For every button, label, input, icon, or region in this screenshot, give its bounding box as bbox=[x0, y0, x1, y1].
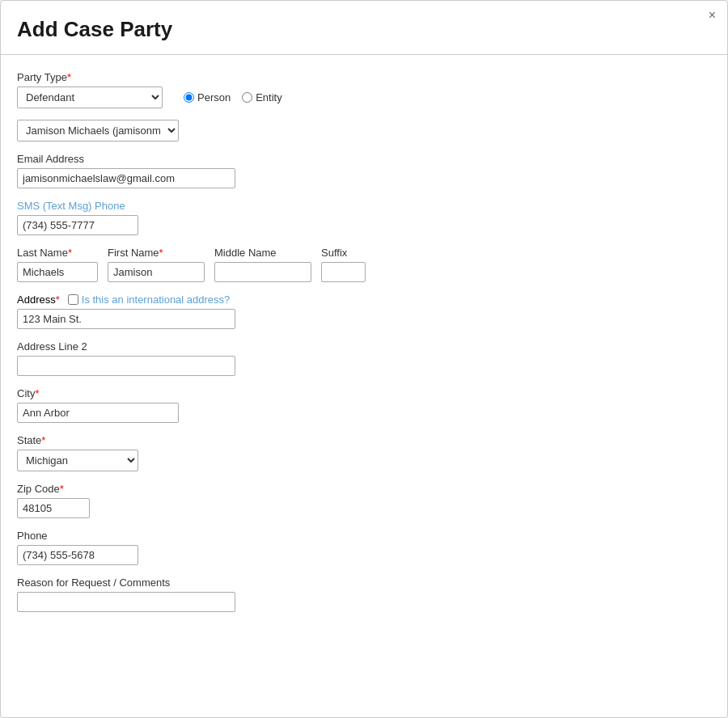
intl-address-label[interactable]: Is this an international address? bbox=[68, 294, 231, 306]
person-radio-label[interactable]: Person bbox=[184, 91, 231, 103]
suffix-label: Suffix bbox=[321, 247, 366, 259]
party-type-radio-group: Person Entity bbox=[184, 91, 282, 103]
entity-radio-label[interactable]: Entity bbox=[242, 91, 282, 103]
state-select[interactable]: AlabamaAlaskaArizonaArkansas CaliforniaC… bbox=[17, 450, 138, 471]
party-type-section: Party Type* Defendant Plaintiff Petition… bbox=[17, 71, 711, 108]
modal-container: × Add Case Party Party Type* Defendant P… bbox=[0, 0, 728, 718]
email-label: Email Address bbox=[17, 153, 711, 165]
comments-row: Reason for Request / Comments bbox=[17, 577, 711, 612]
address2-row: Address Line 2 bbox=[17, 340, 711, 376]
entity-radio[interactable] bbox=[242, 92, 252, 103]
sms-input[interactable] bbox=[17, 215, 138, 235]
intl-address-checkbox[interactable] bbox=[68, 294, 78, 305]
last-name-col: Last Name* bbox=[17, 247, 98, 282]
comments-label: Reason for Request / Comments bbox=[17, 577, 711, 589]
modal-title: Add Case Party bbox=[1, 1, 727, 55]
first-name-label: First Name* bbox=[108, 247, 205, 259]
email-row: Email Address bbox=[17, 153, 711, 188]
address-row: Address* Is this an international addres… bbox=[17, 294, 711, 329]
middle-name-col: Middle Name bbox=[214, 247, 311, 282]
middle-name-label: Middle Name bbox=[214, 247, 311, 259]
address-input[interactable] bbox=[17, 309, 235, 329]
address-label: Address* bbox=[17, 294, 60, 306]
first-name-input[interactable] bbox=[108, 262, 205, 282]
party-type-select[interactable]: Defendant Plaintiff Petitioner Responden… bbox=[17, 87, 163, 108]
first-name-col: First Name* bbox=[108, 247, 205, 282]
person-radio[interactable] bbox=[184, 92, 194, 103]
address2-label: Address Line 2 bbox=[17, 340, 711, 353]
close-button[interactable]: × bbox=[709, 9, 716, 22]
phone-input[interactable] bbox=[17, 545, 138, 565]
city-input[interactable] bbox=[17, 403, 179, 423]
zip-input[interactable] bbox=[17, 498, 90, 518]
required-marker: * bbox=[67, 71, 71, 83]
state-label: State* bbox=[17, 434, 711, 446]
person-select[interactable]: Jamison Michaels (jamisonmicha bbox=[17, 120, 179, 141]
last-name-input[interactable] bbox=[17, 262, 98, 282]
party-type-label: Party Type* bbox=[17, 71, 71, 83]
sms-label: SMS (Text Msg) Phone bbox=[17, 200, 711, 212]
city-label: City* bbox=[17, 387, 711, 399]
zip-label: Zip Code* bbox=[17, 483, 711, 495]
person-select-row: Jamison Michaels (jamisonmicha bbox=[17, 120, 711, 141]
address2-input[interactable] bbox=[17, 356, 235, 376]
middle-name-input[interactable] bbox=[214, 262, 311, 282]
phone-label: Phone bbox=[17, 530, 711, 542]
last-name-label: Last Name* bbox=[17, 247, 98, 259]
suffix-input[interactable] bbox=[321, 262, 366, 282]
state-row: State* AlabamaAlaskaArizonaArkansas Cali… bbox=[17, 434, 711, 471]
phone-row: Phone bbox=[17, 530, 711, 565]
comments-input[interactable] bbox=[17, 592, 235, 612]
zip-row: Zip Code* bbox=[17, 483, 711, 518]
suffix-col: Suffix bbox=[321, 247, 366, 282]
sms-row: SMS (Text Msg) Phone bbox=[17, 200, 711, 235]
name-row: Last Name* First Name* Middle Name Suffi… bbox=[17, 247, 711, 282]
email-input[interactable] bbox=[17, 168, 235, 188]
city-row: City* bbox=[17, 387, 711, 423]
modal-body: Party Type* Defendant Plaintiff Petition… bbox=[1, 71, 727, 640]
